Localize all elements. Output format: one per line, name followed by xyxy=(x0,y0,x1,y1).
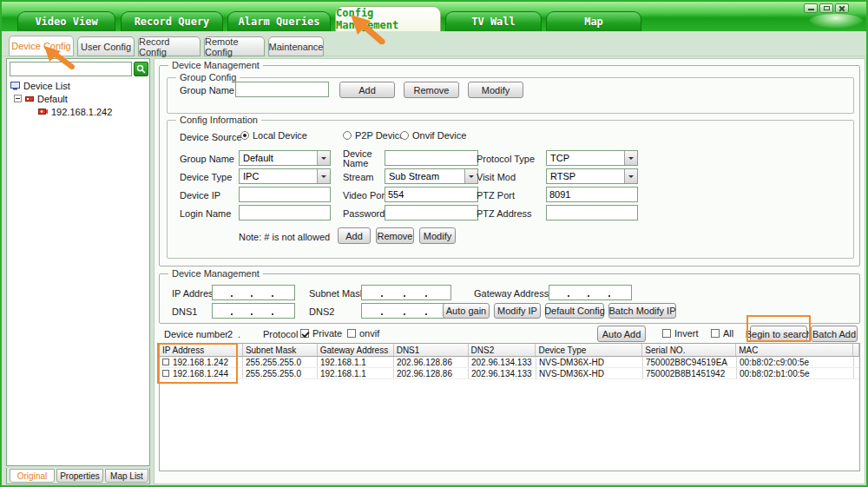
video-port-label: Video Port xyxy=(343,190,387,201)
tree-group-default[interactable]: Default xyxy=(14,93,68,104)
cell-filler xyxy=(854,368,859,378)
button-label: Auto Add xyxy=(602,329,641,339)
ptz-address-label: PTZ Address xyxy=(477,208,532,219)
table-header-cell[interactable]: Subnet Mask xyxy=(243,344,318,356)
annotation-arrow-device-config xyxy=(42,45,76,69)
group-remove-button[interactable]: Remove xyxy=(404,82,459,98)
ptz-address-input[interactable] xyxy=(546,205,638,220)
radio-onvif-device[interactable]: Onvif Device xyxy=(400,130,466,141)
invert-checkbox[interactable]: Invert xyxy=(662,328,699,339)
ptz-port-input[interactable] xyxy=(546,187,638,202)
table-header-cell[interactable]: MAC xyxy=(736,344,853,356)
private-checkbox[interactable]: Private xyxy=(300,328,342,339)
button-label: Modify IP xyxy=(497,306,537,316)
device-type-select[interactable]: IPC xyxy=(239,168,331,184)
tab-label: Record Query xyxy=(135,16,210,28)
batch-modify-ip-button[interactable]: Batch Modify IP xyxy=(608,303,676,319)
protocol-type-select[interactable]: TCP xyxy=(546,150,638,166)
checkbox-label: Invert xyxy=(674,328,699,339)
table-header-cell[interactable]: DNS1 xyxy=(394,344,469,356)
table-row[interactable]: 192.168.1.242 255.255.255.0 192.168.1.1 … xyxy=(160,357,859,368)
tab-map-list[interactable]: Map List xyxy=(105,469,148,483)
chevron-down-icon[interactable] xyxy=(317,169,330,183)
password-label: Password xyxy=(343,208,385,219)
modify-ip-button[interactable]: Modify IP xyxy=(494,303,541,319)
maximize-button[interactable] xyxy=(819,3,833,13)
checkbox-label: onvif xyxy=(359,328,379,339)
video-port-input[interactable] xyxy=(385,187,478,202)
button-label: Modify xyxy=(482,85,510,95)
select-value: Default xyxy=(243,153,273,163)
search-button[interactable] xyxy=(134,62,148,76)
device-tree-panel: Device List Default 192.168.1.242 xyxy=(6,58,150,466)
dns1-label: DNS1 xyxy=(172,306,197,317)
tab-map[interactable]: Map xyxy=(546,11,641,31)
tab-tv-wall[interactable]: TV Wall xyxy=(445,11,542,31)
device-name-label: Device Name xyxy=(343,149,383,168)
tab-video-view[interactable]: Video View xyxy=(17,11,115,31)
radio-local-device[interactable]: Local Device xyxy=(240,130,307,141)
button-label: Auto gain xyxy=(446,306,486,316)
tree-device-label: 192.168.1.242 xyxy=(51,107,112,117)
tree-root-device-list[interactable]: Device List xyxy=(10,80,70,91)
tab-original[interactable]: Original xyxy=(10,469,55,483)
tree-root-label: Device List xyxy=(23,81,70,91)
group-modify-button[interactable]: Modify xyxy=(468,82,523,98)
config-information-legend: Config Information xyxy=(176,115,261,125)
device-name-input[interactable] xyxy=(385,150,478,166)
table-row[interactable]: 192.168.1.244 255.255.255.0 192.168.1.1 … xyxy=(160,368,859,379)
table-header-cell[interactable]: DNS2 xyxy=(469,344,536,356)
select-value: TCP xyxy=(550,153,569,163)
login-name-input[interactable] xyxy=(239,205,331,220)
subtab-remote-config[interactable]: Remote Config xyxy=(204,36,265,56)
cell-device-type: NVS-DM36X-HD xyxy=(536,357,643,367)
table-header-cell[interactable]: Device Type xyxy=(536,344,642,356)
onvif-checkbox[interactable]: onvif xyxy=(347,328,379,339)
chevron-down-icon[interactable] xyxy=(624,151,637,165)
subtab-label: Remote Config xyxy=(205,36,264,57)
radio-p2p-device[interactable]: P2P Device xyxy=(343,130,404,141)
cell-subnet: 255.255.255.0 xyxy=(243,357,318,367)
auto-gain-button[interactable]: Auto gain xyxy=(443,303,490,319)
subtab-maintenance[interactable]: Maintenance xyxy=(268,36,324,56)
group-add-button[interactable]: Add xyxy=(339,82,395,98)
device-table: IP Address Subnet Mask Gateway Address D… xyxy=(159,343,860,471)
button-label: Default Config xyxy=(544,306,605,316)
batch-add-button[interactable]: Batch Add xyxy=(811,326,858,342)
tab-record-query[interactable]: Record Query xyxy=(121,11,223,31)
subtab-record-config[interactable]: Record Config xyxy=(138,36,201,56)
close-button[interactable] xyxy=(835,3,849,13)
table-header-cell[interactable]: Serial NO. xyxy=(642,344,736,356)
config-add-button[interactable]: Add xyxy=(338,227,371,244)
chevron-down-icon[interactable] xyxy=(317,151,330,165)
group-name-input[interactable] xyxy=(235,82,329,97)
password-input[interactable] xyxy=(385,205,478,220)
button-label: Batch Add xyxy=(812,329,856,339)
default-config-button[interactable]: Default Config xyxy=(545,303,604,319)
gateway-address-input[interactable] xyxy=(549,285,632,300)
subnet-mask-input[interactable] xyxy=(361,285,451,300)
group-name-select[interactable]: Default xyxy=(239,150,331,166)
tab-properties[interactable]: Properties xyxy=(56,469,103,483)
chevron-down-icon[interactable] xyxy=(464,169,477,183)
stream-select[interactable]: Sub Stream xyxy=(385,168,478,184)
tree-device-item[interactable]: 192.168.1.242 xyxy=(38,106,112,117)
ip-address-input[interactable] xyxy=(212,285,295,300)
auto-add-button[interactable]: Auto Add xyxy=(597,326,646,342)
chevron-down-icon[interactable] xyxy=(624,169,637,183)
all-checkbox[interactable]: All xyxy=(711,328,733,339)
visit-mod-label: Visit Mod xyxy=(477,172,516,182)
tab-label: Properties xyxy=(60,471,100,481)
subtab-user-config[interactable]: User Config xyxy=(77,36,135,56)
collapse-icon[interactable] xyxy=(14,95,22,102)
minimize-button[interactable] xyxy=(804,3,818,13)
config-modify-button[interactable]: Modify xyxy=(419,227,456,244)
dns1-input[interactable] xyxy=(212,303,295,319)
table-header-cell[interactable]: Gateway Address xyxy=(318,344,394,356)
visit-mod-select[interactable]: RTSP xyxy=(546,168,638,184)
device-ip-input[interactable] xyxy=(239,187,331,202)
dns2-input[interactable] xyxy=(361,303,451,319)
config-remove-button[interactable]: Remove xyxy=(376,227,414,244)
tab-alarm-queries[interactable]: Alarm Queries xyxy=(227,11,331,31)
radio-label: P2P Device xyxy=(355,130,404,141)
